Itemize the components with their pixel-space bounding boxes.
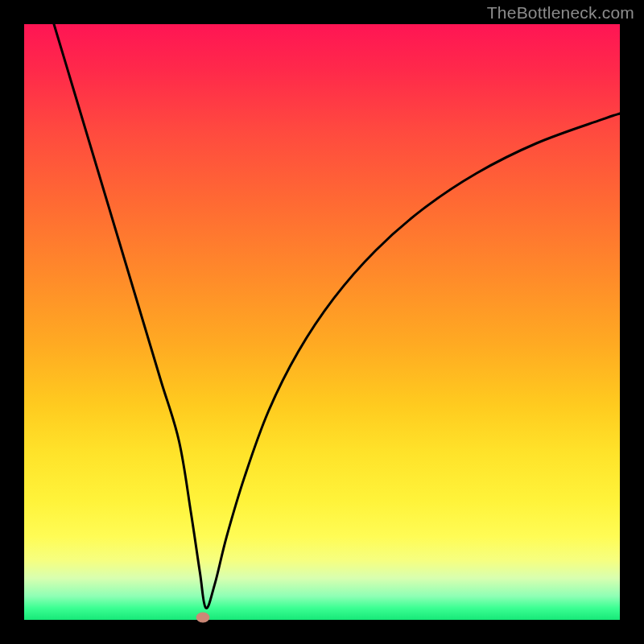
watermark-text: TheBottleneck.com (487, 3, 634, 23)
chart-svg (24, 24, 620, 620)
minimum-marker (196, 613, 209, 622)
chart-frame: TheBottleneck.com (0, 0, 644, 644)
bottleneck-curve (54, 24, 620, 608)
